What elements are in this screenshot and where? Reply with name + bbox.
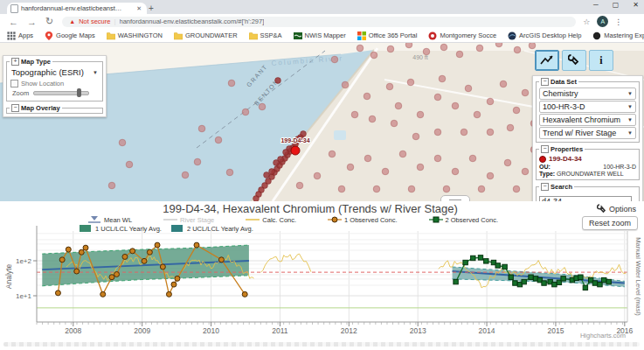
- data-point[interactable]: [578, 275, 583, 279]
- well-dot[interactable]: [329, 150, 336, 158]
- browser-tab[interactable]: hanfordannual-env.elasticbeanst… ✕: [7, 3, 147, 14]
- map-canvas[interactable]: Columbia RiverGRANTBENTON490 ft199-D4-34…: [0, 43, 644, 201]
- legend-item[interactable]: 2 UCL/LCL Yearly Avg.: [170, 224, 253, 233]
- data-point[interactable]: [601, 277, 606, 282]
- legend-item[interactable]: 2 Observed Conc.: [429, 215, 498, 224]
- well-dot[interactable]: [351, 111, 358, 118]
- well-dot[interactable]: [342, 81, 349, 88]
- data-point[interactable]: [155, 242, 160, 248]
- legend-item[interactable]: Calc. Conc.: [246, 215, 296, 224]
- bookmark-item[interactable]: Google Maps: [45, 32, 95, 40]
- selected-well-dot[interactable]: [291, 146, 300, 155]
- well-dot[interactable]: [469, 155, 476, 162]
- well-dot[interactable]: [215, 136, 222, 144]
- well-dot[interactable]: [387, 46, 394, 52]
- well-dot[interactable]: [417, 111, 424, 118]
- well-dot[interactable]: [500, 80, 507, 88]
- url-bar[interactable]: ▲ Not secure | hanfordannual-env.elastic…: [62, 17, 576, 27]
- well-dot[interactable]: [522, 89, 529, 96]
- legend-item[interactable]: River Stage: [163, 215, 214, 224]
- tab-close-icon[interactable]: ✕: [135, 5, 143, 12]
- well-dot[interactable]: [434, 94, 441, 101]
- map-collapse-handle[interactable]: [440, 195, 470, 201]
- legend-item[interactable]: 1 Observed Conc.: [328, 215, 397, 224]
- well-dot[interactable]: [513, 107, 520, 114]
- data-point[interactable]: [171, 282, 177, 287]
- well-dot[interactable]: [405, 43, 412, 48]
- data-point[interactable]: [122, 254, 128, 259]
- data-point[interactable]: [160, 264, 165, 270]
- show-location-checkbox[interactable]: [10, 80, 18, 88]
- data-point[interactable]: [83, 245, 88, 250]
- well-dot[interactable]: [504, 159, 511, 166]
- data-point[interactable]: [542, 281, 546, 285]
- well-dot[interactable]: [408, 186, 415, 192]
- well-dot[interactable]: [474, 111, 481, 118]
- well-dot[interactable]: [465, 85, 472, 92]
- collapse-toggle-icon[interactable]: −: [541, 183, 549, 191]
- well-dot[interactable]: [417, 164, 424, 171]
- well-dot[interactable]: [513, 186, 520, 192]
- new-tab-button[interactable]: +: [149, 4, 154, 13]
- chart-options-button[interactable]: Options: [597, 204, 636, 214]
- well-dot[interactable]: [331, 56, 338, 63]
- well-dot[interactable]: [460, 129, 467, 136]
- data-point[interactable]: [484, 259, 488, 263]
- dataset-select[interactable]: Trend w/ River Stage▼: [539, 127, 636, 139]
- well-dot[interactable]: [373, 186, 380, 192]
- bookmark-item[interactable]: WASHINGTON: [107, 32, 163, 40]
- well-dot[interactable]: [357, 45, 364, 52]
- forward-button[interactable]: →: [27, 17, 37, 27]
- data-point[interactable]: [130, 248, 135, 254]
- data-point[interactable]: [175, 276, 180, 281]
- well-dot[interactable]: [108, 182, 115, 189]
- well-dot-cluster[interactable]: [275, 78, 281, 84]
- data-point[interactable]: [592, 281, 597, 285]
- well-dot[interactable]: [495, 43, 502, 47]
- data-point[interactable]: [109, 275, 114, 280]
- maximize-button[interactable]: ▢: [613, 1, 620, 9]
- well-dot[interactable]: [296, 182, 303, 189]
- data-point[interactable]: [55, 290, 60, 296]
- well-dot-cluster[interactable]: [264, 172, 270, 178]
- well-dot[interactable]: [226, 169, 233, 176]
- well-dot[interactable]: [126, 161, 133, 168]
- menu-kebab-icon[interactable]: ⋮: [614, 18, 622, 26]
- well-dot[interactable]: [364, 93, 370, 100]
- well-dot[interactable]: [412, 133, 419, 140]
- well-dot[interactable]: [522, 168, 529, 175]
- well-dot[interactable]: [443, 186, 450, 192]
- tools-button[interactable]: [562, 50, 586, 71]
- reset-zoom-button[interactable]: Reset zoom: [582, 216, 638, 230]
- data-point[interactable]: [194, 242, 199, 248]
- well-dot[interactable]: [194, 158, 201, 165]
- data-point[interactable]: [552, 282, 557, 286]
- data-point[interactable]: [100, 291, 106, 297]
- well-dot-cluster[interactable]: [269, 169, 275, 175]
- data-point[interactable]: [502, 264, 507, 269]
- highcharts-credit[interactable]: Highcharts.com: [580, 332, 626, 340]
- data-point[interactable]: [478, 256, 482, 260]
- data-point[interactable]: [114, 271, 120, 276]
- dataset-select[interactable]: 100-HR-3-D▼: [539, 101, 636, 113]
- back-button[interactable]: ←: [9, 17, 18, 27]
- well-dot[interactable]: [452, 102, 459, 109]
- legend-item[interactable]: 1 UCL/LCL Yearly Avg.: [79, 224, 162, 233]
- well-dot[interactable]: [434, 155, 441, 162]
- well-dot[interactable]: [487, 98, 494, 105]
- data-point[interactable]: [66, 247, 71, 252]
- data-point[interactable]: [606, 279, 611, 284]
- well-dot[interactable]: [478, 186, 485, 192]
- data-point[interactable]: [242, 291, 247, 297]
- well-dot[interactable]: [391, 120, 398, 127]
- well-dot[interactable]: [369, 116, 376, 122]
- well-dot-cluster[interactable]: [301, 131, 307, 137]
- data-point[interactable]: [522, 279, 526, 284]
- data-point[interactable]: [454, 279, 458, 284]
- data-point[interactable]: [561, 276, 565, 281]
- data-point[interactable]: [495, 263, 500, 268]
- collapse-toggle-icon[interactable]: −: [541, 145, 549, 153]
- well-dot[interactable]: [456, 51, 463, 58]
- trend-chart-button[interactable]: [535, 50, 559, 71]
- close-button[interactable]: ✕: [633, 1, 639, 9]
